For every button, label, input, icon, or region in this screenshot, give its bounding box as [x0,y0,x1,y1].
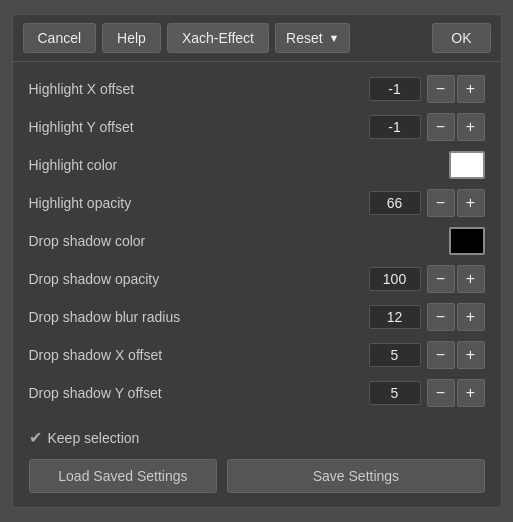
color-swatch[interactable] [449,227,485,255]
settings-row: Drop shadow X offset5−+ [29,336,485,374]
decrement-button[interactable]: − [427,75,455,103]
checkmark-icon: ✔ [29,428,42,447]
settings-row: Highlight opacity66−+ [29,184,485,222]
row-value: -1 [369,115,421,139]
ok-button[interactable]: OK [432,23,490,53]
decrement-button[interactable]: − [427,189,455,217]
xach-effect-button[interactable]: Xach-Effect [167,23,269,53]
settings-row: Drop shadow opacity100−+ [29,260,485,298]
row-label: Drop shadow X offset [29,347,369,363]
decrement-button[interactable]: − [427,303,455,331]
settings-row: Highlight X offset-1−+ [29,70,485,108]
reset-button[interactable]: Reset ▼ [275,23,350,53]
row-value: -1 [369,77,421,101]
settings-row: Highlight Y offset-1−+ [29,108,485,146]
settings-row: Drop shadow Y offset5−+ [29,374,485,412]
keep-selection-label: Keep selection [48,430,140,446]
increment-button[interactable]: + [457,303,485,331]
increment-button[interactable]: + [457,189,485,217]
toolbar: Cancel Help Xach-Effect Reset ▼ OK [13,15,501,62]
decrement-button[interactable]: − [427,265,455,293]
row-label: Drop shadow blur radius [29,309,369,325]
help-button[interactable]: Help [102,23,161,53]
increment-button[interactable]: + [457,75,485,103]
row-value: 66 [369,191,421,215]
keep-selection-row[interactable]: ✔ Keep selection [29,428,140,447]
row-label: Drop shadow color [29,233,449,249]
settings-row: Drop shadow color [29,222,485,260]
cancel-button[interactable]: Cancel [23,23,97,53]
settings-content: Highlight X offset-1−+Highlight Y offset… [13,62,501,420]
row-label: Highlight color [29,157,449,173]
footer: ✔ Keep selection [13,420,501,453]
decrement-button[interactable]: − [427,341,455,369]
bottom-buttons: Load Saved Settings Save Settings [13,453,501,507]
row-label: Highlight Y offset [29,119,369,135]
save-settings-button[interactable]: Save Settings [227,459,484,493]
increment-button[interactable]: + [457,341,485,369]
settings-row: Highlight color [29,146,485,184]
chevron-down-icon: ▼ [329,32,340,44]
row-label: Drop shadow opacity [29,271,369,287]
row-label: Drop shadow Y offset [29,385,369,401]
load-settings-button[interactable]: Load Saved Settings [29,459,218,493]
settings-row: Drop shadow blur radius12−+ [29,298,485,336]
row-value: 100 [369,267,421,291]
decrement-button[interactable]: − [427,113,455,141]
row-label: Highlight X offset [29,81,369,97]
row-value: 5 [369,343,421,367]
row-label: Highlight opacity [29,195,369,211]
increment-button[interactable]: + [457,113,485,141]
row-value: 12 [369,305,421,329]
decrement-button[interactable]: − [427,379,455,407]
increment-button[interactable]: + [457,379,485,407]
row-value: 5 [369,381,421,405]
increment-button[interactable]: + [457,265,485,293]
dialog: Cancel Help Xach-Effect Reset ▼ OK Highl… [12,14,502,508]
color-swatch[interactable] [449,151,485,179]
